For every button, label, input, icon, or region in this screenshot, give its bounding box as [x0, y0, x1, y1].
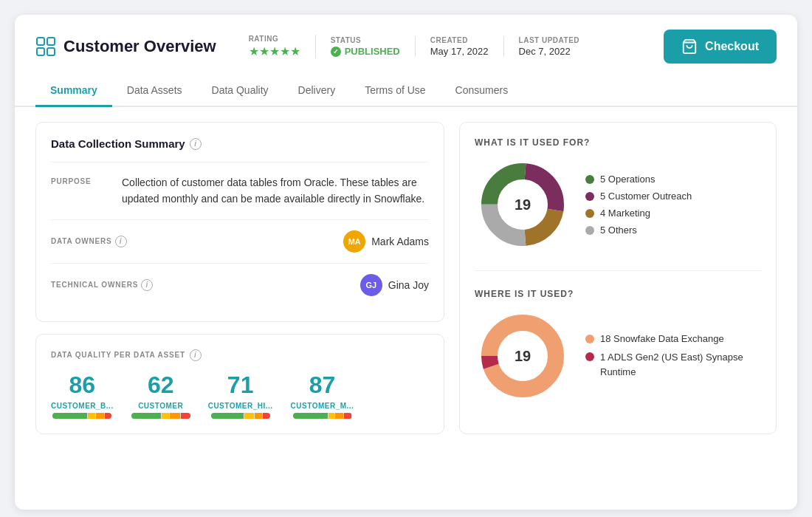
technical-owner-initials: GJ [365, 281, 376, 290]
technical-owner-name: Gina Joy [388, 279, 429, 291]
legend-snowflake: 18 Snowfake Data Exchange [585, 333, 761, 344]
svg-rect-3 [47, 48, 55, 55]
quality-item-2: 71 CUSTOMER_HI... [208, 372, 273, 419]
quality-score-0: 86 [69, 372, 96, 399]
quality-item-3: 87 CUSTOMER_M... [291, 372, 354, 419]
legend-dot-others [585, 226, 594, 235]
data-owners-label: DATA OWNERS i [51, 236, 169, 247]
created-value: May 17, 2022 [430, 46, 489, 57]
right-panel: WHAT IS IT USED FOR? [459, 122, 777, 434]
tab-consumers[interactable]: Consumers [441, 75, 523, 107]
checkout-label: Checkout [705, 40, 759, 53]
donut-chart-1: 19 [475, 157, 571, 253]
bar-orange-2 [255, 413, 263, 419]
bar-yellow-1 [162, 413, 170, 419]
status-badge: PUBLISHED [331, 46, 400, 57]
quality-score-2: 71 [227, 372, 254, 399]
status-value: PUBLISHED [345, 46, 400, 57]
status-dot-icon [331, 47, 341, 57]
quality-name-0: CUSTOMER_B... [51, 402, 114, 410]
data-owner-initials: MA [348, 237, 361, 246]
svg-rect-2 [37, 48, 44, 55]
tab-terms-of-use[interactable]: Terms of Use [350, 75, 440, 107]
bar-orange-1 [170, 413, 180, 419]
divider [475, 270, 761, 271]
header-meta: RATING ★★★★★ STATUS PUBLISHED CREATED Ma… [234, 35, 646, 58]
what-used-chart: 19 5 Operations 5 Customer Outreach [475, 157, 761, 253]
technical-owners-row: TECHNICAL OWNERS i GJ Gina Joy [51, 263, 429, 307]
content-area: Data Collection Summary i PURPOSE Collec… [15, 107, 797, 449]
quality-bar-1 [131, 413, 190, 419]
legend-label-outreach: 5 Customer Outreach [600, 191, 692, 202]
legend-dot-marketing [585, 209, 594, 218]
rating-block: RATING ★★★★★ [234, 35, 316, 58]
updated-block: LAST UPDATED Dec 7, 2022 [504, 36, 594, 57]
legend-adls: 1 ADLS Gen2 (US East) Synapse Runtime [585, 350, 761, 379]
bar-green-3 [293, 413, 328, 419]
data-quality-card: DATA QUALITY PER DATA ASSET i 86 CUSTOME… [35, 334, 444, 434]
legend-others: 5 Others [585, 225, 692, 236]
bar-red-1 [181, 413, 190, 419]
updated-label: LAST UPDATED [519, 36, 579, 44]
quality-section-label: DATA QUALITY PER DATA ASSET i [51, 349, 429, 361]
legend-label-operations: 5 Operations [600, 174, 655, 185]
bar-red-2 [263, 413, 269, 419]
tab-summary[interactable]: Summary [35, 75, 112, 107]
what-used-title: WHAT IS IT USED FOR? [475, 137, 761, 148]
info-icon: i [190, 138, 202, 150]
tabs-nav: Summary Data Assets Data Quality Deliver… [15, 75, 797, 107]
created-label: CREATED [430, 36, 468, 44]
quality-name-2: CUSTOMER_HI... [208, 402, 273, 410]
bar-orange-3 [335, 413, 343, 419]
quality-score-3: 87 [309, 372, 336, 399]
bar-orange-0 [96, 413, 104, 419]
quality-info-icon: i [190, 349, 202, 361]
status-block: STATUS PUBLISHED [316, 36, 416, 57]
data-owner-name: Mark Adams [371, 236, 429, 247]
main-card: Customer Overview RATING ★★★★★ STATUS PU… [15, 15, 797, 510]
quality-bar-2 [211, 413, 270, 419]
usage-legend-1: 5 Operations 5 Customer Outreach 4 Marke… [585, 174, 692, 236]
bar-green-1 [131, 413, 161, 419]
quality-item-0: 86 CUSTOMER_B... [51, 372, 114, 419]
legend-marketing: 4 Marketing [585, 208, 692, 219]
tab-data-quality[interactable]: Data Quality [197, 75, 283, 107]
owners-info-icon: i [115, 236, 127, 247]
legend-dot-snowflake [585, 335, 594, 343]
data-owners-row: DATA OWNERS i MA Mark Adams [51, 219, 429, 263]
purpose-row: PURPOSE Collection of customer data tabl… [51, 162, 429, 219]
collection-summary-card: Data Collection Summary i PURPOSE Collec… [35, 122, 444, 322]
bar-yellow-0 [88, 413, 96, 419]
bar-green-2 [211, 413, 244, 419]
page-title: Customer Overview [63, 37, 216, 56]
cart-icon [681, 38, 698, 55]
rating-stars: ★★★★★ [249, 44, 300, 58]
what-used-section: WHAT IS IT USED FOR? [475, 137, 761, 253]
technical-owners-label: TECHNICAL OWNERS i [51, 279, 169, 291]
data-owner-avatar: MA [343, 230, 365, 253]
bar-green-0 [52, 413, 86, 419]
legend-label-marketing: 4 Marketing [600, 208, 650, 219]
donut1-center: 19 [515, 196, 531, 213]
purpose-label: PURPOSE [51, 174, 110, 208]
data-owner-info: MA Mark Adams [343, 230, 429, 253]
tab-data-assets[interactable]: Data Assets [112, 75, 197, 107]
header: Customer Overview RATING ★★★★★ STATUS PU… [15, 15, 797, 64]
bar-yellow-2 [244, 413, 253, 419]
updated-value: Dec 7, 2022 [519, 46, 571, 57]
where-used-section: WHERE IS IT USED? 19 [475, 289, 761, 404]
rating-label: RATING [249, 35, 279, 43]
where-used-title: WHERE IS IT USED? [475, 289, 761, 299]
collection-title-text: Data Collection Summary [51, 137, 185, 150]
tab-delivery[interactable]: Delivery [283, 75, 351, 107]
checkout-button[interactable]: Checkout [664, 30, 777, 64]
legend-label-others: 5 Others [600, 225, 637, 236]
quality-score-1: 62 [148, 372, 174, 399]
legend-dot-adls [585, 352, 594, 361]
quality-bar-3 [293, 413, 352, 419]
logo-icon [35, 36, 56, 57]
legend-outreach: 5 Customer Outreach [585, 191, 692, 202]
legend-label-adls: 1 ADLS Gen2 (US East) Synapse Runtime [600, 350, 761, 379]
legend-dot-operations [585, 175, 594, 184]
technical-owner-info: GJ Gina Joy [360, 274, 429, 296]
